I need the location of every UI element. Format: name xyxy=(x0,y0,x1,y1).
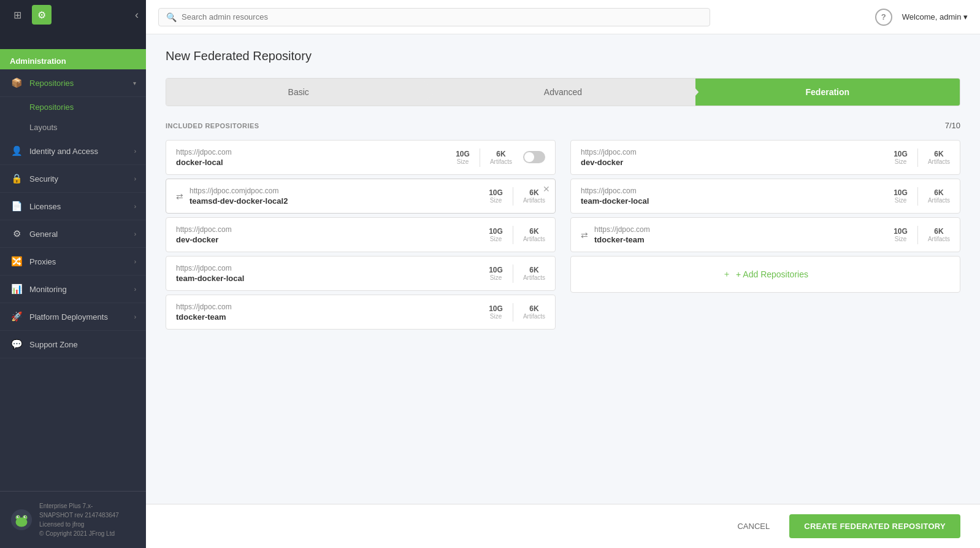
svg-point-6 xyxy=(18,516,19,517)
licenses-icon: 📄 xyxy=(10,199,23,213)
tab-federation[interactable]: Federation xyxy=(695,79,960,106)
repo-stats: 10G Size 6K Artifacts xyxy=(489,226,545,244)
repo-info: https://jdpoc.com dev-docker xyxy=(176,225,483,244)
sidebar-collapse-btn[interactable]: ‹ xyxy=(135,9,139,21)
proxies-icon: 🔀 xyxy=(10,255,23,268)
stat-divider xyxy=(513,226,513,244)
chevron-right-icon: › xyxy=(134,314,136,320)
sidebar: ⊞ ⚙ ‹ Administration 📦 Repositories ▾ Re… xyxy=(0,0,146,548)
sync-icon: ⇄ xyxy=(176,191,183,201)
grid-icon[interactable]: ⊞ xyxy=(7,5,27,25)
repo-artifacts-stat: 6K Artifacts xyxy=(490,150,512,165)
repo-card-docker-local: https://jdpoc.com docker-local 10G Size … xyxy=(166,140,556,175)
search-box[interactable]: 🔍 xyxy=(158,8,710,26)
repo-url: https://jdpoc.com xyxy=(581,148,887,156)
repo-stats: 10G Size 6K Artifacts xyxy=(894,149,950,167)
sidebar-item-security[interactable]: 🔒 Security › xyxy=(0,165,146,193)
settings-icon[interactable]: ⚙ xyxy=(32,5,52,25)
monitoring-icon: 📊 xyxy=(10,282,23,296)
sidebar-item-label: General xyxy=(29,230,134,239)
repo-stats: 10G Size 6K Artifacts xyxy=(894,226,950,244)
repo-size-stat: 10G Size xyxy=(894,150,908,165)
chevron-right-icon: › xyxy=(134,286,136,293)
tab-basic[interactable]: Basic xyxy=(166,79,431,106)
wizard-tabs: Basic Advanced Federation xyxy=(166,78,960,106)
repo-name: dev-docker xyxy=(176,235,483,244)
repo-info: https://jdpoc.comjdpoc.com teamsd-dev-do… xyxy=(189,187,483,206)
repo-info: https://jdpoc.com dev-docker xyxy=(581,148,887,167)
jfrog-footer-logo xyxy=(10,508,33,531)
repo-name: team-docker-local xyxy=(581,196,887,206)
repo-card-right-team-docker: https://jdpoc.com team-docker-local 10G … xyxy=(570,179,960,214)
close-icon[interactable]: ✕ xyxy=(543,184,550,194)
repo-name: team-docker-local xyxy=(176,274,483,283)
repo-artifacts-stat: 6K Artifacts xyxy=(523,266,545,281)
repo-url: https://jdpoc.com xyxy=(176,148,450,156)
sidebar-item-label: Identity and Access xyxy=(29,147,134,156)
plus-icon: ＋ xyxy=(722,269,731,280)
sidebar-item-label: Platform Deployments xyxy=(29,312,134,322)
support-icon: 💬 xyxy=(10,338,23,351)
repo-artifacts-stat: 6K Artifacts xyxy=(523,304,545,320)
sidebar-item-licenses[interactable]: 📄 Licenses › xyxy=(0,193,146,220)
repositories-icon: 📦 xyxy=(10,76,23,90)
platform-icon: 🚀 xyxy=(10,310,23,323)
security-icon: 🔒 xyxy=(10,172,23,185)
sidebar-item-label: Proxies xyxy=(29,257,134,266)
sidebar-item-label: Support Zone xyxy=(29,340,136,349)
sidebar-sub-layouts[interactable]: Layouts xyxy=(0,117,146,137)
sidebar-item-repositories[interactable]: 📦 Repositories ▾ xyxy=(0,69,146,97)
chevron-right-icon: › xyxy=(134,203,136,210)
search-input[interactable] xyxy=(182,12,702,21)
cancel-button[interactable]: CANCEL xyxy=(727,515,779,537)
chevron-right-icon: › xyxy=(134,258,136,265)
help-button[interactable]: ? xyxy=(875,9,892,26)
repo-size-stat: 10G Size xyxy=(489,188,503,204)
sidebar-item-general[interactable]: ⚙ General › xyxy=(0,220,146,248)
toggle-switch[interactable] xyxy=(523,151,545,163)
repo-size-stat: 10G Size xyxy=(894,227,908,242)
repo-card-teamsd: ⇄ https://jdpoc.comjdpoc.com teamsd-dev-… xyxy=(166,179,556,214)
repo-url: https://jdpoc.com xyxy=(176,225,483,234)
chevron-down-icon: ▾ xyxy=(133,80,136,87)
repo-url: https://jdpoc.com xyxy=(594,225,887,234)
sidebar-item-platform-deployments[interactable]: 🚀 Platform Deployments › xyxy=(0,303,146,331)
tab-advanced[interactable]: Advanced xyxy=(431,79,695,106)
repo-toggle[interactable] xyxy=(523,151,545,164)
bottom-bar: CANCEL CREATE FEDERATED REPOSITORY xyxy=(146,504,980,548)
sidebar-item-identity[interactable]: 👤 Identity and Access › xyxy=(0,137,146,165)
chevron-right-icon: › xyxy=(134,148,136,155)
app-logo xyxy=(0,29,146,49)
main-content: 🔍 ? Welcome, admin ▾ New Federated Repos… xyxy=(146,0,980,548)
toggle-knob xyxy=(524,152,534,162)
repo-card-team-docker: https://jdpoc.com team-docker-local 10G … xyxy=(166,256,556,291)
sidebar-item-proxies[interactable]: 🔀 Proxies › xyxy=(0,248,146,276)
repo-artifacts-stat: 6K Artifacts xyxy=(928,227,950,242)
add-repositories-button[interactable]: ＋ + Add Repositories xyxy=(570,256,960,293)
stat-divider xyxy=(917,226,918,244)
sidebar-item-monitoring[interactable]: 📊 Monitoring › xyxy=(0,276,146,303)
repo-stats: 10G Size 6K Artifacts xyxy=(894,187,950,206)
left-repo-column: https://jdpoc.com docker-local 10G Size … xyxy=(166,140,556,333)
repo-stats: 10G Size 6K Artifacts xyxy=(489,187,545,206)
create-federated-repository-button[interactable]: CREATE FEDERATED REPOSITORY xyxy=(789,514,960,538)
chevron-right-icon: › xyxy=(134,176,136,182)
repos-grid: https://jdpoc.com docker-local 10G Size … xyxy=(166,140,960,333)
repo-stats: 10G Size 6K Artifacts xyxy=(456,149,512,167)
sidebar-item-label: Security xyxy=(29,174,134,183)
repo-info: https://jdpoc.com tdocker-team xyxy=(176,303,483,322)
repo-info: https://jdpoc.com team-docker-local xyxy=(176,264,483,283)
welcome-user[interactable]: Welcome, admin ▾ xyxy=(902,12,968,21)
sidebar-item-support-zone[interactable]: 💬 Support Zone xyxy=(0,331,146,358)
stat-divider xyxy=(513,303,513,322)
repo-url: https://jdpoc.comjdpoc.com xyxy=(189,187,483,195)
section-header: INCLUDED REPOSITORIES 7/10 xyxy=(166,121,960,130)
sidebar-section-header: Administration xyxy=(0,49,146,69)
repo-name: tdocker-team xyxy=(594,235,887,244)
chevron-right-icon: › xyxy=(134,231,136,237)
repo-artifacts-stat: 6K Artifacts xyxy=(523,188,545,204)
topbar-right: ? Welcome, admin ▾ xyxy=(875,9,968,26)
stat-divider xyxy=(513,187,513,206)
repo-name: docker-local xyxy=(176,158,450,167)
sidebar-sub-repositories[interactable]: Repositories xyxy=(0,97,146,117)
